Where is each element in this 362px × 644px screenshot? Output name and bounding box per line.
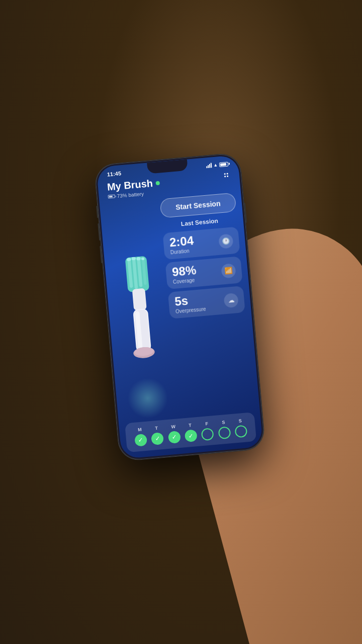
day-empty-icon [201,428,214,441]
brush-image [114,255,166,365]
svg-rect-9 [132,288,146,311]
clock-icon: 🕐 [218,233,233,249]
phone-device: 11:45 ▲ M [94,153,265,461]
day-completed-icon: ✓ [185,429,198,442]
day-empty-icon [218,426,231,439]
phone-frame: 11:45 ▲ M [94,153,265,461]
day-column-S-5: S [217,419,231,439]
signal-icon [206,163,212,169]
days-row: M✓T✓W✓T✓FSS [131,418,250,447]
day-column-S-6: S [234,418,247,438]
status-time: 11:45 [107,170,121,177]
day-column-F-4: F [201,421,214,441]
day-label: S [238,418,242,423]
duration-card: 2:04 Duration 🕐 [162,226,240,260]
device-battery-icon [108,195,115,199]
overpressure-value: 5s [174,293,205,308]
day-column-T-3: T✓ [184,422,198,442]
day-completed-icon: ✓ [151,432,164,445]
day-empty-icon [235,425,248,438]
day-column-W-2: W✓ [167,424,180,444]
status-icons: ▲ [206,162,229,169]
menu-button[interactable] [222,171,230,179]
duration-info: 2:04 Duration [169,234,195,255]
day-label: W [171,424,175,430]
signal-icon: 📶 [221,263,236,278]
battery-icon [219,162,229,167]
battery-fill [220,163,226,166]
coverage-value: 98% [171,264,197,278]
day-column-T-1: T✓ [150,425,164,445]
right-panel: Start Session Last Session 2:04 Duration… [160,193,254,416]
duration-value: 2:04 [169,234,194,249]
wifi-icon: ▲ [213,162,218,168]
day-label: M [138,427,142,433]
brush-info: My Brush 73% battery [107,177,161,200]
overpressure-card: 5s Overpressure ☁ [168,286,245,319]
online-indicator [156,181,160,185]
main-content: Start Session Last Session 2:04 Duration… [100,192,260,421]
day-label: S [222,420,225,425]
phone-screen: 11:45 ▲ M [97,155,263,459]
coverage-card: 98% Coverage 📶 [165,256,243,289]
cloud-icon: ☁ [223,292,238,307]
overpressure-info: 5s Overpressure [174,293,206,314]
day-column-M-0: M✓ [134,427,147,447]
day-label: T [155,426,158,431]
brush-glow [126,376,170,420]
day-completed-icon: ✓ [134,434,147,447]
coverage-info: 98% Coverage [171,264,197,285]
day-completed-icon: ✓ [167,431,180,444]
day-label: T [189,423,192,428]
day-label: F [205,421,208,426]
